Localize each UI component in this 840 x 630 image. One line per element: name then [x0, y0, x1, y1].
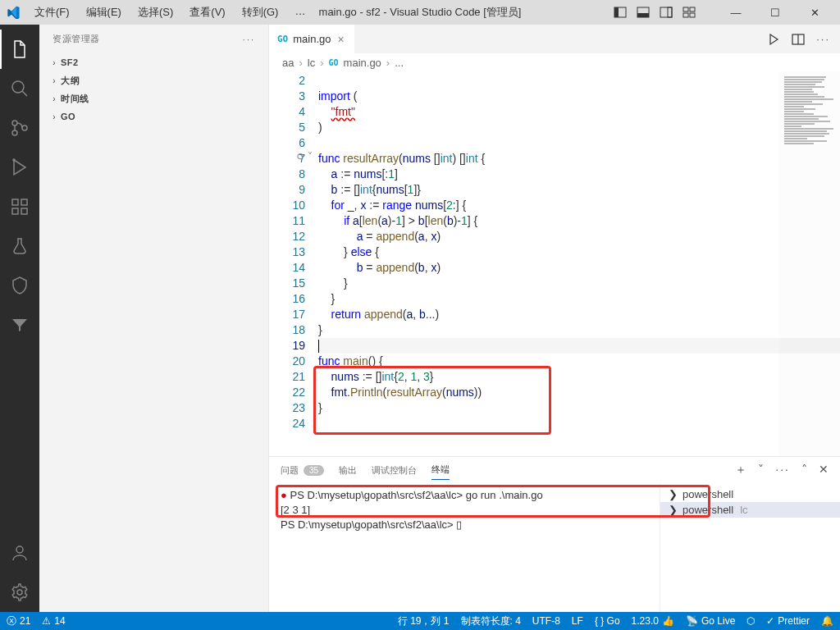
error-icon: ⓧ [7, 614, 16, 628]
chevron-right-icon: › [386, 57, 390, 69]
status-language[interactable]: { } Go [595, 615, 620, 627]
sidebar-item-timeline[interactable]: › 时间线 [39, 89, 268, 107]
status-notifications[interactable]: 🔔 [821, 615, 833, 627]
activity-scm[interactable] [0, 108, 39, 148]
menu-edit[interactable]: 编辑(E) [80, 2, 128, 22]
panel-tab-label: 调试控制台 [372, 464, 417, 477]
sidebar-item-label: 时间线 [61, 93, 89, 105]
chevron-right-icon: › [299, 57, 302, 69]
menu-select[interactable]: 选择(S) [131, 2, 180, 22]
breadcrumb-segment[interactable]: main.go [344, 57, 381, 69]
close-icon[interactable]: ✕ [819, 463, 829, 477]
status-errors[interactable]: ⓧ21 [7, 614, 30, 628]
status-go-version[interactable]: 1.23.0👍 [632, 615, 674, 627]
split-editor-icon[interactable] [792, 33, 805, 46]
toggle-secondary-sidebar-icon[interactable] [660, 6, 673, 19]
activity-testing[interactable] [0, 226, 39, 266]
status-ln-col[interactable]: 行 19，列 1 [398, 614, 450, 628]
menu-goto[interactable]: 转到(G) [235, 2, 285, 22]
chevron-up-icon[interactable]: ˄ [801, 463, 807, 477]
status-prettier[interactable]: ✓Prettier [766, 615, 810, 627]
chevron-right-icon: › [48, 112, 61, 121]
activitybar [0, 25, 39, 612]
terminal-split-dropdown-icon[interactable]: ˅ [758, 463, 764, 477]
sidebar-more-icon[interactable]: ··· [243, 34, 255, 44]
activity-settings[interactable] [0, 573, 39, 612]
svg-point-20 [17, 590, 22, 595]
panel-tab-label: 终端 [431, 463, 450, 476]
panel-tab-problems[interactable]: 问题 35 [281, 461, 324, 480]
panel-tab-terminal[interactable]: 终端 [431, 460, 450, 480]
sidebar-header: 资源管理器 ··· [39, 25, 268, 53]
code-content[interactable]: ⟳ ˅ import ( "fmt")func resultArray(nums… [318, 71, 840, 456]
activity-cloud[interactable] [0, 266, 39, 305]
panel-more-icon[interactable]: ··· [775, 463, 790, 477]
sidebar-item-go[interactable]: › GO [39, 107, 268, 126]
panel-tab-output[interactable]: 输出 [339, 461, 357, 480]
activity-extensions[interactable] [0, 187, 39, 226]
chevron-right-icon: › [48, 76, 61, 85]
window-title: main.go - sf2 - Visual Studio Code [管理员] [319, 5, 522, 20]
bottom-panel: 问题 35 输出 调试控制台 终端 ＋ ˅ ··· ˄ ✕ ● PS D:\my… [269, 456, 840, 612]
tab-main-go[interactable]: GO main.go × [269, 25, 355, 53]
minimap[interactable] [779, 71, 840, 456]
chevron-right-icon: › [320, 57, 323, 69]
svg-rect-17 [21, 208, 27, 214]
activity-debug[interactable] [0, 148, 39, 187]
status-warnings[interactable]: ⚠14 [42, 615, 65, 627]
terminal-session[interactable]: ❯ powershell [660, 486, 840, 502]
panel-tab-label: 问题 [281, 464, 299, 477]
panel-tab-debug[interactable]: 调试控制台 [372, 461, 417, 480]
activity-account[interactable] [0, 533, 39, 573]
new-terminal-icon[interactable]: ＋ [735, 463, 746, 477]
status-tabsize[interactable]: 制表符长度: 4 [461, 614, 521, 628]
window-minimize-button[interactable]: — [717, 0, 755, 25]
sidebar-item-sf2[interactable]: › SF2 [39, 53, 268, 71]
sidebar-item-outline[interactable]: › 大纲 [39, 71, 268, 89]
breadcrumb-segment[interactable]: aa [282, 57, 294, 69]
terminal-view[interactable]: ● PS D:\mysetup\gopath\src\sf2\aa\lc> go… [269, 483, 660, 612]
broadcast-icon: 📡 [686, 615, 698, 627]
menu-more[interactable]: … [288, 2, 312, 22]
sidebar-explorer: 资源管理器 ··· › SF2 › 大纲 › 时间线 › GO [39, 25, 269, 612]
svg-point-14 [13, 159, 15, 161]
toggle-panel-icon[interactable] [637, 6, 650, 19]
customize-layout-icon[interactable] [682, 6, 696, 19]
svg-rect-15 [12, 199, 18, 205]
window-close-button[interactable]: ✕ [796, 0, 833, 25]
menu-file[interactable]: 文件(F) [28, 2, 76, 22]
svg-rect-9 [690, 13, 695, 17]
menu-view[interactable]: 查看(V) [183, 2, 231, 22]
status-encoding[interactable]: UTF-8 [532, 615, 560, 627]
cube-icon: ⬡ [746, 615, 755, 627]
breadcrumb-segment[interactable]: lc [308, 57, 315, 69]
toggle-primary-sidebar-icon[interactable] [614, 6, 627, 19]
breadcrumb-segment[interactable]: ... [395, 57, 404, 69]
run-icon[interactable] [767, 33, 780, 46]
terminal-sessions-list: ❯ powershell ❯ powershell lc [660, 483, 840, 612]
minimap-content [784, 76, 835, 144]
close-icon[interactable]: × [336, 33, 346, 46]
status-cube[interactable]: ⬡ [746, 615, 755, 627]
status-go-live[interactable]: 📡Go Live [686, 615, 735, 627]
status-eol[interactable]: LF [572, 615, 583, 627]
thumbs-up-icon: 👍 [662, 615, 674, 627]
breadcrumbs[interactable]: aa › lc › GO main.go › ... [269, 53, 840, 71]
svg-rect-1 [614, 7, 619, 17]
editor-more-icon[interactable]: ··· [816, 33, 830, 45]
panel-tabs: 问题 35 输出 调试控制台 终端 ＋ ˅ ··· ˄ ✕ [269, 457, 840, 483]
code-editor[interactable]: 23456789101112131415161718192021222324 ⟳… [269, 71, 840, 456]
editor-area: GO main.go × ··· aa › lc › GO main.go › … [269, 25, 840, 612]
svg-point-11 [12, 121, 17, 126]
window-maximize-button[interactable]: ☐ [756, 0, 794, 25]
activity-filter[interactable] [0, 305, 39, 345]
fold-icon[interactable]: ⟳ ˅ [297, 151, 313, 162]
activity-search[interactable] [0, 69, 39, 108]
svg-rect-8 [683, 13, 688, 17]
activity-explorer[interactable] [0, 30, 39, 69]
powershell-icon: ❯ [669, 504, 678, 516]
chevron-right-icon: › [48, 58, 61, 67]
terminal-session[interactable]: ❯ powershell lc [660, 502, 840, 518]
powershell-icon: ❯ [669, 488, 678, 500]
terminal-session-extra: lc [740, 504, 747, 516]
